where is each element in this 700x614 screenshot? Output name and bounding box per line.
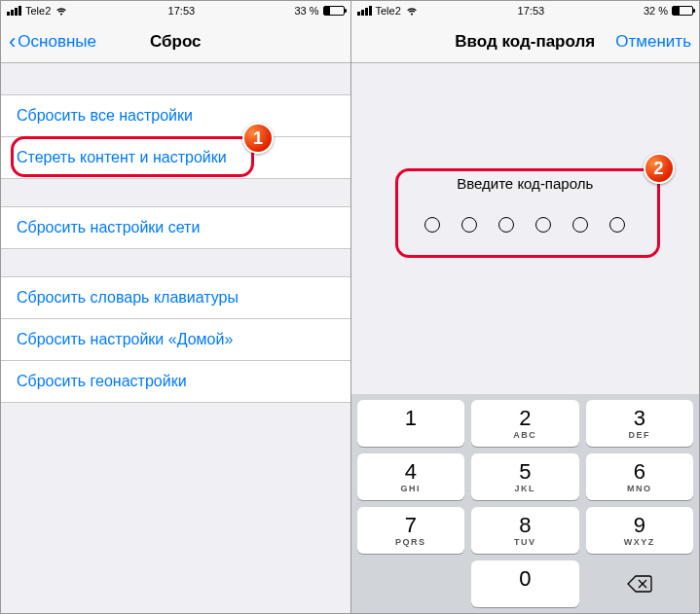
key-number: 9 bbox=[634, 515, 645, 536]
key-number: 6 bbox=[634, 461, 645, 483]
nav-bar: ‹ Основные Сброс bbox=[1, 20, 350, 63]
battery-icon bbox=[323, 6, 345, 16]
reset-all-settings-row[interactable]: Сбросить все настройки bbox=[1, 95, 350, 136]
reset-network-row[interactable]: Сбросить настройки сети bbox=[1, 207, 350, 248]
key-number: 2 bbox=[519, 408, 531, 429]
clock: 17:53 bbox=[518, 5, 545, 17]
screenshot-left: Tele2 17:53 33 % ‹ Основные Сброс Сброси… bbox=[1, 1, 350, 613]
reset-home-row[interactable]: Сбросить настройки «Домой» bbox=[1, 318, 350, 360]
battery-label: 32 % bbox=[644, 5, 668, 17]
key-number: 5 bbox=[519, 461, 531, 483]
settings-list: Сбросить все настройки Стереть контент и… bbox=[1, 63, 350, 613]
keypad-key-6[interactable]: 6MNO bbox=[586, 453, 694, 500]
settings-group: Сбросить все настройки Стереть контент и… bbox=[1, 94, 350, 179]
passcode-dot bbox=[572, 217, 588, 233]
passcode-prompt: Введите код-пароль bbox=[457, 175, 593, 192]
key-number: 8 bbox=[519, 515, 531, 536]
keypad-delete[interactable] bbox=[586, 560, 694, 607]
keypad-key-9[interactable]: 9WXYZ bbox=[586, 507, 694, 554]
keypad-key-7[interactable]: 7PQRS bbox=[357, 507, 465, 554]
passcode-dot bbox=[461, 217, 477, 233]
key-number: 1 bbox=[405, 408, 417, 429]
chevron-left-icon: ‹ bbox=[9, 31, 16, 53]
keypad-key-4[interactable]: 4GHI bbox=[357, 453, 465, 500]
passcode-dot bbox=[609, 217, 625, 233]
wifi-icon bbox=[405, 6, 419, 16]
key-letters: GHI bbox=[400, 484, 421, 493]
signal-icon bbox=[7, 6, 21, 16]
passcode-dots bbox=[424, 217, 625, 233]
key-letters: DEF bbox=[629, 430, 651, 440]
cancel-button[interactable]: Отменить bbox=[615, 32, 691, 52]
passcode-area: Введите код-пароль bbox=[351, 63, 700, 394]
key-number: 3 bbox=[634, 408, 645, 429]
passcode-dot bbox=[535, 217, 551, 233]
key-letters: ABC bbox=[513, 430, 536, 440]
wifi-icon bbox=[55, 6, 68, 16]
reset-keyboard-row[interactable]: Сбросить словарь клавиатуры bbox=[1, 277, 350, 318]
keypad-key-8[interactable]: 8TUV bbox=[471, 507, 579, 554]
key-number: 7 bbox=[405, 515, 417, 536]
key-number: 4 bbox=[405, 461, 417, 483]
numeric-keypad: 1 2ABC3DEF4GHI5JKL6MNO7PQRS8TUV9WXYZ0 bbox=[351, 394, 700, 613]
carrier-label: Tele2 bbox=[25, 5, 51, 17]
keypad-key-1[interactable]: 1 bbox=[357, 400, 465, 447]
status-bar: Tele2 17:53 32 % bbox=[351, 1, 700, 20]
passcode-dot bbox=[424, 217, 440, 233]
keypad-key-0[interactable]: 0 bbox=[471, 560, 579, 607]
passcode-dot bbox=[498, 217, 514, 233]
carrier-label: Tele2 bbox=[376, 5, 401, 17]
reset-location-row[interactable]: Сбросить геонастройки bbox=[1, 360, 350, 402]
key-letters: PQRS bbox=[395, 537, 426, 547]
back-label: Основные bbox=[18, 32, 96, 52]
settings-group: Сбросить настройки сети bbox=[1, 206, 350, 249]
settings-group: Сбросить словарь клавиатуры Сбросить нас… bbox=[1, 276, 350, 403]
keypad-key-2[interactable]: 2ABC bbox=[471, 400, 579, 447]
signal-icon bbox=[357, 6, 372, 16]
battery-label: 33 % bbox=[294, 5, 318, 17]
status-bar: Tele2 17:53 33 % bbox=[1, 1, 350, 20]
backspace-icon bbox=[627, 575, 652, 593]
keypad-blank bbox=[357, 560, 465, 607]
erase-content-row[interactable]: Стереть контент и настройки bbox=[1, 136, 350, 178]
battery-icon bbox=[672, 6, 693, 16]
key-letters: MNO bbox=[627, 484, 652, 493]
keypad-key-3[interactable]: 3DEF bbox=[586, 400, 694, 447]
key-letters: JKL bbox=[514, 484, 535, 493]
keypad-key-5[interactable]: 5JKL bbox=[471, 453, 579, 500]
key-number: 0 bbox=[519, 568, 531, 590]
nav-bar: Ввод код-пароля Отменить bbox=[351, 20, 700, 63]
key-letters: TUV bbox=[514, 537, 536, 547]
clock: 17:53 bbox=[168, 5, 196, 17]
screenshot-right: Tele2 17:53 32 % Ввод код-пароля Отменит… bbox=[350, 1, 700, 613]
key-letters: WXYZ bbox=[624, 537, 655, 547]
back-button[interactable]: ‹ Основные bbox=[9, 31, 96, 53]
